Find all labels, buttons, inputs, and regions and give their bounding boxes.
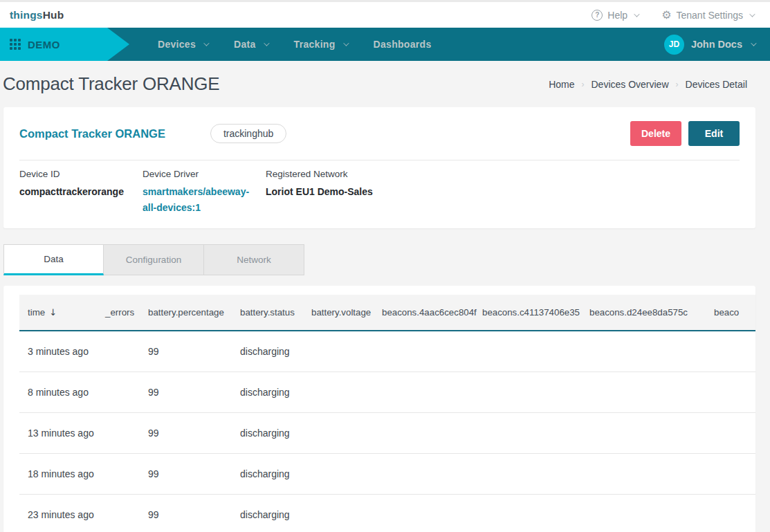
cell-battery-percentage: 99: [140, 412, 232, 453]
avatar: JD: [664, 35, 684, 55]
breadcrumb-home[interactable]: Home: [549, 79, 574, 90]
cell-beacon: [374, 453, 474, 494]
table-row[interactable]: 8 minutes ago 99 discharging: [19, 372, 755, 412]
chevron-down-icon: [751, 40, 756, 46]
nav-item-tracking[interactable]: Tracking: [294, 39, 347, 50]
cell-beacon: [706, 331, 755, 372]
user-menu[interactable]: JD John Docs: [664, 35, 755, 55]
cell-beacon: [581, 412, 706, 453]
cell-battery-status: discharging: [232, 494, 303, 532]
nav-item-devices[interactable]: Devices: [158, 39, 208, 50]
field-label: Registered Network: [266, 169, 373, 179]
cell-beacon: [374, 412, 474, 453]
column-header-battery-percentage[interactable]: battery.percentage: [140, 295, 232, 331]
field-label: Device Driver: [143, 169, 253, 179]
tab-configuration[interactable]: Configuration: [104, 244, 204, 275]
column-header-beacons-d24e[interactable]: beacons.d24ee8da575c: [581, 295, 706, 331]
tenant-settings-label: Tenant Settings: [676, 10, 743, 21]
cell-beacon: [581, 453, 706, 494]
data-table-scroll-area[interactable]: time↓ _errors battery.percentage battery…: [19, 295, 755, 532]
table-row[interactable]: 23 minutes ago 99 discharging: [19, 494, 755, 532]
nav-item-data[interactable]: Data: [234, 39, 268, 50]
breadcrumb-devices-detail: Devices Detail: [686, 79, 747, 90]
cell-beacon: [474, 372, 581, 412]
cell-battery-voltage: [303, 331, 374, 372]
cell-battery-percentage: 99: [140, 453, 232, 494]
tenant-settings-menu[interactable]: ⚙ Tenant Settings: [661, 10, 753, 21]
cell-beacon: [706, 453, 755, 494]
logo-part-hub: Hub: [43, 9, 64, 21]
table-row[interactable]: 13 minutes ago 99 discharging: [19, 412, 755, 453]
chevron-down-icon: [749, 11, 755, 17]
help-menu[interactable]: ? Help: [592, 10, 638, 21]
cell-time: 23 minutes ago: [19, 494, 97, 532]
table-header-row: time↓ _errors battery.percentage battery…: [19, 295, 755, 331]
breadcrumb-devices-overview[interactable]: Devices Overview: [591, 79, 668, 90]
column-header-time[interactable]: time↓: [19, 295, 97, 331]
cell-beacon: [581, 331, 706, 372]
cell-beacon: [374, 331, 474, 372]
help-label: Help: [607, 10, 627, 21]
field-label: Device ID: [19, 169, 130, 179]
cell-time: 18 minutes ago: [19, 453, 97, 494]
edit-button[interactable]: Edit: [688, 121, 740, 146]
nav-item-dashboards[interactable]: Dashboards: [374, 39, 432, 50]
cell-beacon: [474, 331, 581, 372]
delete-button[interactable]: Delete: [630, 121, 681, 146]
page-header: Compact Tracker ORANGE Home › Devices Ov…: [3, 61, 755, 107]
device-driver-link[interactable]: smartmakers/abeeway-all-devices:1: [143, 184, 253, 215]
cell-beacon: [374, 494, 474, 532]
cell-beacon: [706, 412, 755, 453]
nav-items: Devices Data Tracking Dashboards: [158, 39, 431, 50]
device-summary-card: Compact Tracker ORANGE trackinghub Delet…: [3, 107, 755, 228]
cell-beacon: [706, 372, 755, 412]
cell-beacon: [474, 494, 581, 532]
registered-network-value: Loriot EU1 Demo-Sales: [266, 184, 373, 200]
device-tag-badge: trackinghub: [210, 124, 286, 143]
table-row[interactable]: 3 minutes ago 99 discharging: [19, 331, 755, 372]
page-title: Compact Tracker ORANGE: [3, 73, 219, 95]
cell-battery-voltage: [303, 453, 374, 494]
cell-errors: [97, 372, 140, 412]
grid-icon: [10, 39, 21, 50]
column-header-errors[interactable]: _errors: [97, 295, 140, 331]
column-header-beacons-4aac[interactable]: beacons.4aac6cec804f: [374, 295, 474, 331]
tab-bar: Data Configuration Network: [3, 244, 755, 275]
cell-time: 3 minutes ago: [19, 331, 97, 372]
field-device-driver: Device Driver smartmakers/abeeway-all-de…: [143, 169, 266, 215]
column-header-battery-voltage[interactable]: battery.voltage: [303, 295, 374, 331]
breadcrumb: Home › Devices Overview › Devices Detail: [549, 79, 747, 90]
device-id-value: compacttrackerorange: [19, 184, 130, 200]
cell-beacon: [706, 494, 755, 532]
cell-battery-voltage: [303, 372, 374, 412]
topbar: thingsHub ? Help ⚙ Tenant Settings: [0, 2, 770, 28]
cell-beacon: [581, 494, 706, 532]
gear-icon: ⚙: [661, 10, 671, 21]
tenant-badge[interactable]: DEMO: [0, 28, 129, 61]
tab-data[interactable]: Data: [3, 244, 104, 275]
tab-network[interactable]: Network: [204, 244, 304, 275]
cell-beacon: [474, 412, 581, 453]
field-registered-network: Registered Network Loriot EU1 Demo-Sales: [266, 169, 385, 215]
device-name: Compact Tracker ORANGE: [19, 127, 165, 140]
cell-battery-percentage: 99: [140, 331, 232, 372]
sort-desc-icon: ↓: [49, 307, 57, 318]
cell-errors: [97, 494, 140, 532]
cell-errors: [97, 412, 140, 453]
tenant-label: DEMO: [28, 39, 60, 51]
help-icon: ?: [592, 10, 603, 21]
cell-battery-voltage: [303, 412, 374, 453]
cell-battery-status: discharging: [232, 412, 303, 453]
cell-beacon: [474, 453, 581, 494]
table-row[interactable]: 18 minutes ago 99 discharging: [19, 453, 755, 494]
column-header-beacons-c411[interactable]: beacons.c41137406e35: [474, 295, 581, 331]
chevron-down-icon: [343, 40, 349, 46]
app-logo[interactable]: thingsHub: [10, 9, 64, 21]
cell-errors: [97, 453, 140, 494]
column-header-battery-status[interactable]: battery.status: [232, 295, 303, 331]
user-name: John Docs: [691, 39, 742, 50]
chevron-down-icon: [634, 11, 639, 17]
column-header-beacons-truncated[interactable]: beaco: [706, 295, 755, 331]
logo-part-things: things: [10, 9, 43, 21]
navbar: DEMO Devices Data Tracking Dashboards JD…: [0, 28, 770, 61]
